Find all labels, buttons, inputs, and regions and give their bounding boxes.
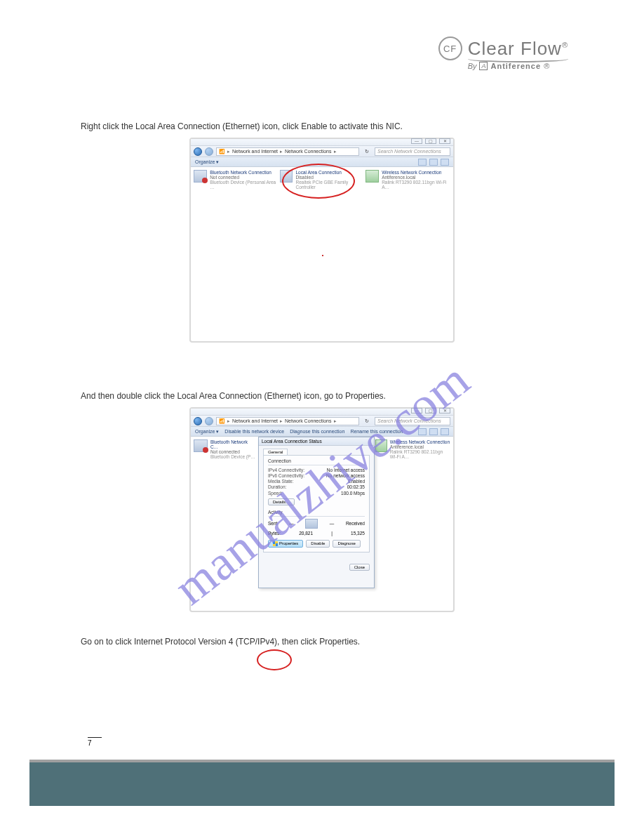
bytes-label: Bytes: xyxy=(268,531,281,536)
received-label: Received xyxy=(346,521,365,526)
connection-group-label: Connection xyxy=(268,458,365,463)
lan-connection-item[interactable]: Local Area Connection Disabled Realtek P… xyxy=(280,170,365,191)
bluetooth-icon xyxy=(194,170,207,183)
help-button[interactable] xyxy=(441,159,449,166)
folder-icon: 📶 xyxy=(219,149,225,154)
disable-device-button[interactable]: Disable this network device xyxy=(224,429,284,434)
maximize-button[interactable]: ▢ xyxy=(425,138,436,144)
instruction-1: Right click the Local Area Connection (E… xyxy=(81,121,558,132)
search-input[interactable]: Search Network Connections xyxy=(375,147,450,156)
close-button[interactable]: ✕ xyxy=(439,138,450,144)
view-options-button[interactable] xyxy=(418,159,427,166)
minimize-button[interactable]: — xyxy=(411,138,422,144)
breadcrumb[interactable]: 📶 ▸ Network and Internet ▸ Network Conne… xyxy=(216,147,359,156)
view-options-button[interactable] xyxy=(418,428,427,435)
titlebar: — ▢ ✕ xyxy=(191,409,453,416)
instruction-3: Go on to click Internet Protocol Version… xyxy=(81,636,558,647)
diagnose-button[interactable]: Diagnose xyxy=(333,540,360,548)
sent-label: Sent xyxy=(268,521,277,526)
search-input[interactable]: Search Network Connections xyxy=(375,417,450,425)
help-button[interactable] xyxy=(441,428,449,435)
wifi-connection-item[interactable]: Wireless Network Connection Antiference.… xyxy=(365,170,450,191)
titlebar: — ▢ ✕ xyxy=(191,139,453,146)
wifi-connection-item[interactable]: Wireless Network Connection Antiference.… xyxy=(375,439,450,461)
instruction-2: And then double click the Local Area Con… xyxy=(81,390,558,402)
activity-group-label: Activity xyxy=(268,510,365,515)
network-connections-window-1: — ▢ ✕ 📶 ▸ Network and Internet ▸ Network… xyxy=(189,138,455,343)
breadcrumb[interactable]: 📶 ▸ Network and Internet ▸ Network Conne… xyxy=(216,417,359,425)
connection-status-dialog: Local Area Connection Status General Con… xyxy=(258,437,375,588)
address-bar-row: 📶 ▸ Network and Internet ▸ Network Conne… xyxy=(191,146,453,157)
details-button[interactable]: Details… xyxy=(268,498,295,505)
activity-icon xyxy=(305,519,318,529)
nav-back-button[interactable] xyxy=(194,147,202,156)
refresh-button[interactable]: ↻ xyxy=(362,147,372,156)
annotation-circle-2 xyxy=(257,649,292,670)
preview-pane-button[interactable] xyxy=(429,159,438,166)
toolbar: Organize ▾ xyxy=(191,157,453,167)
logo-text: Clear Flow® xyxy=(468,38,568,60)
network-connections-window-2: — ▢ ✕ 📶 ▸ Network and Internet ▸ Network… xyxy=(189,407,455,612)
nav-back-button[interactable] xyxy=(194,417,202,425)
lan-icon xyxy=(280,170,293,183)
maximize-button[interactable]: ▢ xyxy=(425,408,436,413)
A-box-icon: A xyxy=(479,62,488,70)
page-number: 7 xyxy=(88,737,102,747)
preview-pane-button[interactable] xyxy=(429,428,438,435)
toolbar: Organize ▾ Disable this network device D… xyxy=(191,427,453,437)
diagnose-connection-button[interactable]: Diagnose this connection xyxy=(290,429,344,434)
bluetooth-connection-item[interactable]: Bluetooth Network C… Not connected Bluet… xyxy=(194,439,257,461)
nav-forward-button[interactable] xyxy=(205,147,213,156)
received-value: 15,325 xyxy=(351,531,365,536)
refresh-button[interactable]: ↻ xyxy=(362,417,372,425)
footer-band xyxy=(29,760,615,806)
bluetooth-icon xyxy=(194,439,208,452)
red-dot-marker xyxy=(322,255,323,256)
general-tab[interactable]: General xyxy=(263,449,288,455)
nav-forward-button[interactable] xyxy=(205,417,213,425)
folder-icon: 📶 xyxy=(219,418,225,424)
disable-button[interactable]: Disable xyxy=(306,540,330,548)
wifi-icon xyxy=(375,439,387,452)
sent-value: 20,821 xyxy=(299,531,313,536)
cf-badge-icon: CF xyxy=(438,37,462,60)
minimize-button[interactable]: — xyxy=(411,408,422,413)
properties-button[interactable]: Properties xyxy=(268,540,303,548)
address-bar-row: 📶 ▸ Network and Internet ▸ Network Conne… xyxy=(191,416,453,427)
brand-logo: CF Clear Flow® By A Antiference® xyxy=(438,37,568,70)
close-button[interactable]: ✕ xyxy=(439,408,450,413)
close-dialog-button[interactable]: Close xyxy=(349,564,370,571)
rename-connection-button[interactable]: Rename this connection xyxy=(350,429,403,434)
organize-menu[interactable]: Organize ▾ xyxy=(195,429,219,435)
dialog-title: Local Area Connection Status xyxy=(259,437,374,446)
wifi-icon xyxy=(365,170,379,183)
shield-icon xyxy=(273,541,278,546)
bluetooth-connection-item[interactable]: Bluetooth Network Connection Not connect… xyxy=(194,170,279,191)
connection-list: Bluetooth Network Connection Not connect… xyxy=(191,167,453,194)
organize-menu[interactable]: Organize ▾ xyxy=(195,159,219,165)
